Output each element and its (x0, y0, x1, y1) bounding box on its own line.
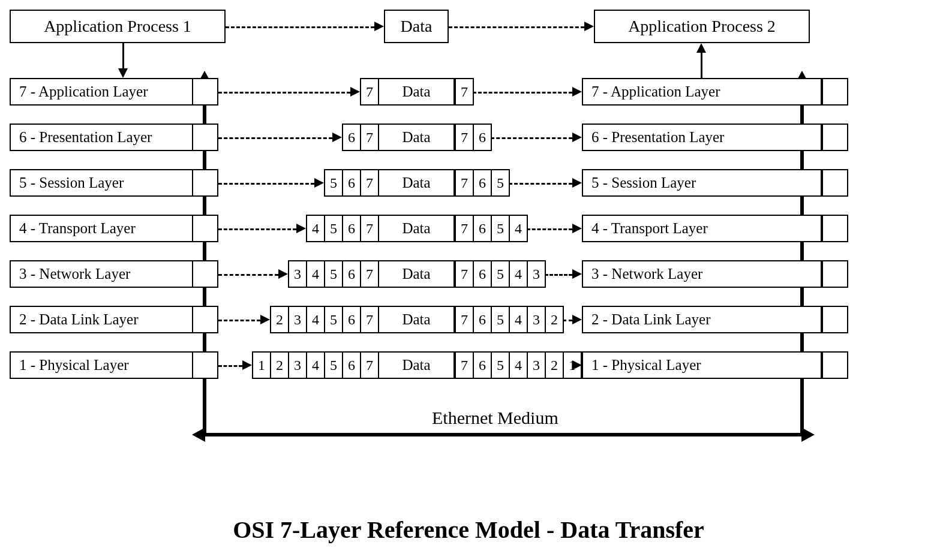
trailer-cell: 7 (455, 351, 474, 379)
header-cell: 7 (360, 351, 379, 379)
layer-box-left: 2 - Data Link Layer (10, 306, 193, 333)
trailer-cell: 2 (545, 351, 564, 379)
arrow-head-icon (278, 269, 288, 279)
layer-strip-right (822, 306, 848, 333)
dashed-arrow (218, 228, 296, 230)
arrow-head-icon (696, 43, 706, 53)
dashed-arrow (226, 26, 374, 28)
arrow-head-icon (572, 315, 582, 324)
encapsulation-row: 1234567Data7654321 (252, 351, 582, 379)
trailer-cell: 4 (509, 306, 528, 333)
layer-box-right: 5 - Session Layer (582, 169, 822, 197)
encapsulation-row: 4567Data7654 (306, 215, 528, 242)
layer-strip-left (192, 260, 218, 288)
dashed-arrow (563, 320, 572, 321)
header-cell: 5 (324, 260, 343, 288)
layer-box-right: 2 - Data Link Layer (582, 306, 822, 333)
header-cell: 2 (270, 306, 289, 333)
header-cell: 6 (342, 260, 361, 288)
dashed-arrow (449, 26, 584, 28)
trailer-cell: 7 (455, 78, 474, 106)
arrow-head-icon (242, 360, 252, 370)
header-cell: 1 (252, 351, 271, 379)
layer-box-right: 4 - Transport Layer (582, 215, 822, 242)
layer-strip-right (822, 124, 848, 151)
arrow-head-icon (118, 68, 128, 78)
dashed-arrow (218, 92, 350, 94)
header-cell: 5 (324, 306, 343, 333)
arrow-head-icon (296, 224, 306, 233)
data-cell: Data (378, 215, 455, 242)
header-cell: 4 (306, 215, 325, 242)
header-cell: 3 (288, 260, 307, 288)
trailer-cell: 7 (455, 169, 474, 197)
header-cell: 6 (342, 351, 361, 379)
layer-strip-right (822, 169, 848, 197)
arrow-head-icon (584, 22, 594, 31)
trailer-cell: 4 (509, 215, 528, 242)
header-cell: 6 (342, 306, 361, 333)
data-cell: Data (378, 78, 455, 106)
layer-strip-left (192, 215, 218, 242)
layer-strip-left (192, 124, 218, 151)
arrow-head-icon (374, 22, 384, 31)
layer-strip-right (822, 215, 848, 242)
layer-strip-left (192, 306, 218, 333)
header-cell: 5 (324, 215, 343, 242)
header-cell: 4 (306, 306, 325, 333)
data-cell: Data (378, 124, 455, 151)
trailer-cell: 3 (527, 260, 546, 288)
trailer-cell: 6 (473, 306, 492, 333)
data-cell: Data (378, 169, 455, 197)
trailer-cell: 7 (455, 260, 474, 288)
data-cell: Data (378, 260, 455, 288)
trailer-cell: 4 (509, 260, 528, 288)
layer-box-right: 1 - Physical Layer (582, 351, 822, 379)
header-cell: 7 (360, 215, 379, 242)
trailer-cell: 6 (473, 169, 492, 197)
trailer-cell: 6 (473, 215, 492, 242)
layer-box-left: 4 - Transport Layer (10, 215, 193, 242)
layer-box-right: 6 - Presentation Layer (582, 124, 822, 151)
layer-strip-left (192, 78, 218, 106)
dashed-arrow (218, 183, 314, 185)
arrow-head-icon (260, 315, 270, 324)
header-cell: 2 (270, 351, 289, 379)
dashed-arrow (218, 137, 332, 139)
header-cell: 7 (360, 78, 379, 106)
arrow-head-icon (332, 133, 342, 142)
ethernet-medium-label: Ethernet Medium (432, 408, 558, 428)
header-cell: 6 (342, 215, 361, 242)
arrow-head-icon (572, 87, 582, 97)
dashed-arrow (545, 274, 572, 276)
data-cell: Data (378, 306, 455, 333)
arrow-head-icon (572, 224, 582, 233)
encapsulation-row: 567Data765 (324, 169, 510, 197)
trailer-cell: 3 (527, 306, 546, 333)
header-cell: 6 (342, 169, 361, 197)
diagram-title: OSI 7-Layer Reference Model - Data Trans… (0, 516, 937, 544)
trailer-cell: 5 (491, 215, 510, 242)
trailer-cell: 3 (527, 351, 546, 379)
header-cell: 7 (360, 124, 379, 151)
trailer-cell: 7 (455, 124, 474, 151)
header-cell: 5 (324, 169, 343, 197)
application-process-left: Application Process 1 (10, 10, 226, 43)
layer-box-right: 7 - Application Layer (582, 78, 822, 106)
header-cell: 5 (324, 351, 343, 379)
trailer-cell: 5 (491, 169, 510, 197)
dashed-arrow (473, 92, 572, 94)
trailer-cell: 6 (473, 351, 492, 379)
data-cell: Data (378, 351, 455, 379)
trailer-cell: 4 (509, 351, 528, 379)
arrow-head-icon (350, 87, 360, 97)
encapsulation-row: 34567Data76543 (288, 260, 546, 288)
application-process-right: Application Process 2 (594, 10, 810, 43)
trailer-cell: 5 (491, 306, 510, 333)
layer-box-left: 3 - Network Layer (10, 260, 193, 288)
trailer-cell: 7 (455, 306, 474, 333)
header-cell: 7 (360, 169, 379, 197)
encapsulation-row: 7Data7 (360, 78, 474, 106)
trailer-cell: 6 (473, 124, 492, 151)
header-cell: 4 (306, 351, 325, 379)
